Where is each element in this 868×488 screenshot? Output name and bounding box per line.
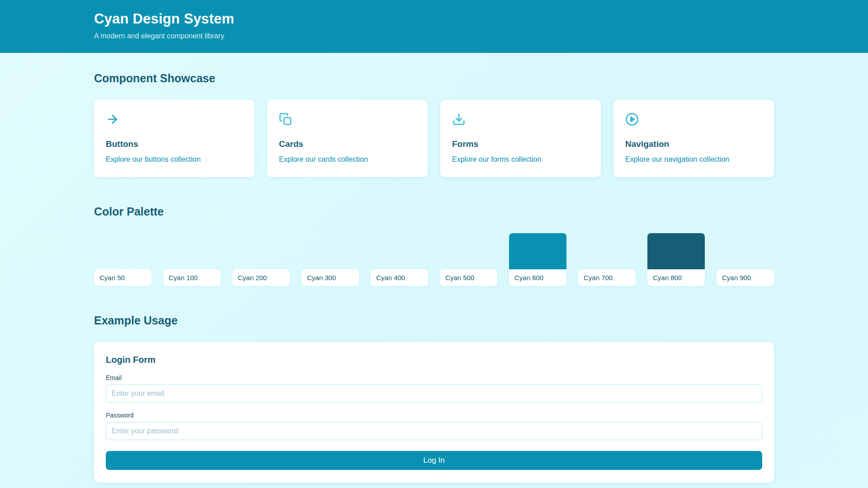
palette-swatch-cyan-200: Cyan 200 — [232, 233, 290, 286]
swatch-label: Cyan 50 — [94, 269, 151, 286]
palette-swatch-cyan-600: Cyan 600 — [509, 233, 566, 286]
card-title: Cards — [279, 139, 416, 149]
email-field[interactable] — [106, 385, 762, 403]
page-subtitle: A modern and elegant component library — [94, 32, 774, 40]
swatch-color-block — [302, 233, 359, 269]
app-header: Cyan Design System A modern and elegant … — [0, 0, 868, 53]
card-title: Buttons — [106, 139, 243, 149]
swatch-color-block — [647, 233, 705, 269]
swatch-label: Cyan 200 — [232, 269, 290, 286]
palette-swatch-cyan-300: Cyan 300 — [302, 233, 359, 286]
showcase-heading: Component Showcase — [94, 72, 774, 85]
palette-swatch-cyan-900: Cyan 900 — [717, 233, 774, 286]
main-content: Component Showcase ButtonsExplore our bu… — [94, 72, 774, 483]
palette-swatch-cyan-50: Cyan 50 — [94, 233, 151, 286]
swatch-label: Cyan 600 — [509, 269, 566, 286]
palette-grid: Cyan 50Cyan 100Cyan 200Cyan 300Cyan 400C… — [94, 233, 774, 286]
palette-swatch-cyan-500: Cyan 500 — [440, 233, 497, 286]
showcase-card-forms[interactable]: FormsExplore our forms collection — [440, 100, 601, 177]
swatch-color-block — [509, 233, 566, 269]
palette-swatch-cyan-100: Cyan 100 — [163, 233, 221, 286]
showcase-card-buttons[interactable]: ButtonsExplore our buttons collection — [94, 100, 255, 177]
play-circle-icon — [625, 113, 639, 126]
showcase-card-navigation[interactable]: NavigationExplore our navigation collect… — [613, 100, 774, 177]
swatch-color-block — [163, 233, 221, 269]
page-title: Cyan Design System — [94, 11, 774, 27]
card-description: Explore our forms collection — [452, 155, 589, 164]
password-label: Password — [106, 412, 762, 419]
login-button[interactable]: Log In — [106, 451, 762, 470]
copy-icon — [279, 113, 292, 126]
example-heading: Example Usage — [94, 314, 774, 327]
swatch-color-block — [717, 233, 774, 269]
palette-heading: Color Palette — [94, 205, 774, 218]
showcase-grid: ButtonsExplore our buttons collectionCar… — [94, 100, 774, 177]
swatch-label: Cyan 100 — [163, 269, 221, 286]
login-form-title: Login Form — [106, 355, 762, 365]
swatch-label: Cyan 400 — [371, 269, 428, 286]
swatch-color-block — [371, 233, 428, 269]
swatch-label: Cyan 300 — [302, 269, 359, 286]
palette-swatch-cyan-400: Cyan 400 — [371, 233, 428, 286]
swatch-label: Cyan 800 — [647, 269, 705, 286]
palette-swatch-cyan-800: Cyan 800 — [647, 233, 705, 286]
swatch-color-block — [578, 233, 636, 269]
email-label: Email — [106, 374, 762, 381]
card-description: Explore our buttons collection — [106, 155, 243, 164]
swatch-color-block — [440, 233, 497, 269]
arrow-right-icon — [106, 113, 119, 126]
swatch-label: Cyan 900 — [717, 269, 774, 286]
swatch-color-block — [94, 233, 151, 269]
password-field[interactable] — [106, 422, 762, 440]
card-title: Forms — [452, 139, 589, 149]
swatch-color-block — [232, 233, 290, 269]
login-form-card: Login Form Email Password Log In — [94, 342, 774, 483]
swatch-label: Cyan 500 — [440, 269, 497, 286]
card-title: Navigation — [625, 139, 762, 149]
card-description: Explore our cards collection — [279, 155, 416, 164]
swatch-label: Cyan 700 — [578, 269, 636, 286]
palette-swatch-cyan-700: Cyan 700 — [578, 233, 636, 286]
download-icon — [452, 113, 466, 126]
showcase-card-cards[interactable]: CardsExplore our cards collection — [267, 100, 428, 177]
card-description: Explore our navigation collection — [625, 155, 762, 164]
